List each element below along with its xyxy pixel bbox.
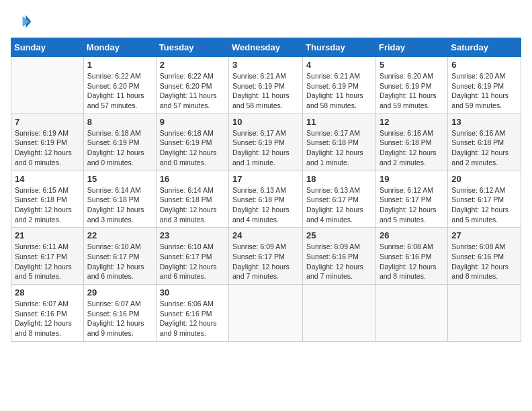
day-number: 28	[15, 287, 80, 298]
day-number: 2	[160, 60, 225, 70]
calendar-cell: 22Sunrise: 6:10 AMSunset: 6:17 PMDayligh…	[83, 228, 156, 285]
day-info: Sunrise: 6:17 AMSunset: 6:19 PMDaylight:…	[232, 128, 299, 168]
day-info: Sunrise: 6:10 AMSunset: 6:17 PMDaylight:…	[87, 242, 152, 281]
calendar-cell	[11, 57, 84, 114]
calendar-cell: 1Sunrise: 6:22 AMSunset: 6:20 PMDaylight…	[83, 57, 156, 114]
day-number: 16	[160, 174, 225, 184]
day-number: 15	[87, 174, 152, 184]
day-info: Sunrise: 6:08 AMSunset: 6:16 PMDaylight:…	[451, 242, 517, 281]
day-number: 5	[380, 60, 444, 70]
calendar-cell: 17Sunrise: 6:13 AMSunset: 6:18 PMDayligh…	[229, 171, 303, 228]
calendar-cell: 16Sunrise: 6:14 AMSunset: 6:18 PMDayligh…	[156, 171, 228, 228]
day-number: 20	[451, 174, 517, 184]
day-info: Sunrise: 6:15 AMSunset: 6:18 PMDaylight:…	[15, 185, 80, 225]
logo-icon	[11, 11, 32, 32]
day-number: 13	[451, 117, 517, 127]
calendar-week-row: 14Sunrise: 6:15 AMSunset: 6:18 PMDayligh…	[11, 171, 521, 228]
logo	[11, 11, 35, 32]
calendar-cell: 10Sunrise: 6:17 AMSunset: 6:19 PMDayligh…	[229, 113, 303, 171]
calendar-cell: 11Sunrise: 6:17 AMSunset: 6:18 PMDayligh…	[303, 113, 376, 171]
calendar-week-row: 1Sunrise: 6:22 AMSunset: 6:20 PMDaylight…	[11, 57, 521, 114]
day-info: Sunrise: 6:21 AMSunset: 6:19 PMDaylight:…	[306, 71, 372, 111]
day-number: 8	[87, 117, 152, 127]
day-info: Sunrise: 6:11 AMSunset: 6:17 PMDaylight:…	[15, 242, 80, 281]
calendar-cell: 30Sunrise: 6:06 AMSunset: 6:16 PMDayligh…	[156, 285, 228, 342]
day-number: 10	[232, 117, 299, 127]
day-number: 11	[306, 117, 372, 127]
day-info: Sunrise: 6:18 AMSunset: 6:19 PMDaylight:…	[160, 128, 225, 168]
day-info: Sunrise: 6:10 AMSunset: 6:17 PMDaylight:…	[160, 242, 225, 281]
day-info: Sunrise: 6:13 AMSunset: 6:18 PMDaylight:…	[232, 185, 299, 225]
calendar-cell	[375, 285, 447, 342]
calendar-week-row: 7Sunrise: 6:19 AMSunset: 6:19 PMDaylight…	[11, 113, 521, 171]
calendar-cell: 2Sunrise: 6:22 AMSunset: 6:20 PMDaylight…	[156, 57, 228, 114]
day-number: 25	[306, 230, 372, 240]
day-number: 22	[87, 230, 152, 240]
calendar-week-row: 21Sunrise: 6:11 AMSunset: 6:17 PMDayligh…	[11, 228, 521, 285]
calendar-cell: 12Sunrise: 6:16 AMSunset: 6:18 PMDayligh…	[375, 113, 447, 171]
calendar-cell: 9Sunrise: 6:18 AMSunset: 6:19 PMDaylight…	[156, 113, 228, 171]
column-header-tuesday: Tuesday	[156, 38, 228, 57]
calendar-cell: 13Sunrise: 6:16 AMSunset: 6:18 PMDayligh…	[448, 113, 521, 171]
day-info: Sunrise: 6:07 AMSunset: 6:16 PMDaylight:…	[87, 299, 152, 338]
calendar-cell	[448, 285, 521, 342]
calendar-cell: 29Sunrise: 6:07 AMSunset: 6:16 PMDayligh…	[83, 285, 156, 342]
column-header-monday: Monday	[83, 38, 156, 57]
day-number: 7	[15, 117, 80, 127]
day-info: Sunrise: 6:17 AMSunset: 6:18 PMDaylight:…	[306, 128, 372, 168]
calendar-week-row: 28Sunrise: 6:07 AMSunset: 6:16 PMDayligh…	[11, 285, 521, 342]
day-info: Sunrise: 6:07 AMSunset: 6:16 PMDaylight:…	[15, 299, 80, 338]
day-info: Sunrise: 6:22 AMSunset: 6:20 PMDaylight:…	[87, 71, 152, 111]
calendar-cell: 14Sunrise: 6:15 AMSunset: 6:18 PMDayligh…	[11, 171, 84, 228]
calendar-cell: 25Sunrise: 6:09 AMSunset: 6:16 PMDayligh…	[303, 228, 376, 285]
calendar-cell: 4Sunrise: 6:21 AMSunset: 6:19 PMDaylight…	[303, 57, 376, 114]
day-number: 27	[451, 230, 517, 240]
day-number: 19	[380, 174, 444, 184]
calendar-cell: 26Sunrise: 6:08 AMSunset: 6:16 PMDayligh…	[375, 228, 447, 285]
calendar-cell	[303, 285, 376, 342]
day-info: Sunrise: 6:08 AMSunset: 6:16 PMDaylight:…	[380, 242, 444, 281]
column-header-friday: Friday	[375, 38, 447, 57]
day-number: 30	[160, 287, 225, 298]
calendar-table: SundayMondayTuesdayWednesdayThursdayFrid…	[11, 38, 521, 342]
day-info: Sunrise: 6:14 AMSunset: 6:18 PMDaylight:…	[87, 185, 152, 225]
day-info: Sunrise: 6:20 AMSunset: 6:19 PMDaylight:…	[451, 71, 517, 111]
day-number: 4	[306, 60, 372, 70]
day-number: 6	[451, 60, 517, 70]
day-info: Sunrise: 6:09 AMSunset: 6:16 PMDaylight:…	[306, 242, 372, 281]
calendar-cell	[229, 285, 303, 342]
day-number: 9	[160, 117, 225, 127]
day-number: 21	[15, 230, 80, 240]
day-info: Sunrise: 6:13 AMSunset: 6:17 PMDaylight:…	[306, 185, 372, 225]
day-info: Sunrise: 6:19 AMSunset: 6:19 PMDaylight:…	[15, 128, 80, 168]
day-info: Sunrise: 6:09 AMSunset: 6:17 PMDaylight:…	[232, 242, 299, 281]
day-info: Sunrise: 6:20 AMSunset: 6:19 PMDaylight:…	[380, 71, 444, 111]
day-number: 26	[380, 230, 444, 240]
day-info: Sunrise: 6:16 AMSunset: 6:18 PMDaylight:…	[380, 128, 444, 168]
day-info: Sunrise: 6:12 AMSunset: 6:17 PMDaylight:…	[380, 185, 444, 225]
page-header	[11, 11, 521, 32]
calendar-cell: 18Sunrise: 6:13 AMSunset: 6:17 PMDayligh…	[303, 171, 376, 228]
calendar-cell: 27Sunrise: 6:08 AMSunset: 6:16 PMDayligh…	[448, 228, 521, 285]
day-info: Sunrise: 6:22 AMSunset: 6:20 PMDaylight:…	[160, 71, 225, 111]
calendar-cell: 23Sunrise: 6:10 AMSunset: 6:17 PMDayligh…	[156, 228, 228, 285]
day-number: 17	[232, 174, 299, 184]
day-number: 29	[87, 287, 152, 298]
calendar-cell: 28Sunrise: 6:07 AMSunset: 6:16 PMDayligh…	[11, 285, 84, 342]
calendar-cell: 24Sunrise: 6:09 AMSunset: 6:17 PMDayligh…	[229, 228, 303, 285]
day-info: Sunrise: 6:06 AMSunset: 6:16 PMDaylight:…	[160, 299, 225, 338]
calendar-cell: 20Sunrise: 6:12 AMSunset: 6:17 PMDayligh…	[448, 171, 521, 228]
day-number: 23	[160, 230, 225, 240]
day-number: 14	[15, 174, 80, 184]
day-number: 24	[232, 230, 299, 240]
column-header-wednesday: Wednesday	[229, 38, 303, 57]
day-number: 1	[87, 60, 152, 70]
calendar-cell: 5Sunrise: 6:20 AMSunset: 6:19 PMDaylight…	[375, 57, 447, 114]
column-header-thursday: Thursday	[303, 38, 376, 57]
day-number: 3	[232, 60, 299, 70]
calendar-cell: 15Sunrise: 6:14 AMSunset: 6:18 PMDayligh…	[83, 171, 156, 228]
day-info: Sunrise: 6:18 AMSunset: 6:19 PMDaylight:…	[87, 128, 152, 168]
calendar-cell: 6Sunrise: 6:20 AMSunset: 6:19 PMDaylight…	[448, 57, 521, 114]
column-header-sunday: Sunday	[11, 38, 84, 57]
day-number: 12	[380, 117, 444, 127]
